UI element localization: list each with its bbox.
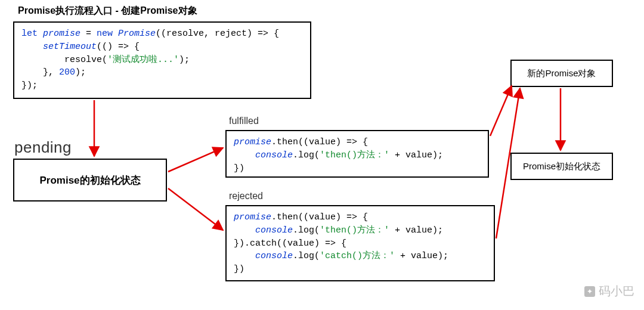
init-state-text: Promise初始化状态 (523, 161, 600, 172)
diagram-title: Promise执行流程入口 - 创建Promise对象 (18, 5, 197, 17)
svg-line-3 (490, 86, 512, 136)
code-fulfilled: promise.then((value) => { console.log('t… (225, 130, 489, 178)
diagram-stage: Promise执行流程入口 - 创建Promise对象 let promise … (0, 0, 644, 310)
init-state-box: Promise初始化状态 (510, 153, 613, 180)
rejected-label: rejected (229, 191, 263, 202)
fulfilled-label: fulfilled (229, 116, 259, 126)
new-promise-box: 新的Promise对象 (510, 60, 613, 87)
wechat-icon: ✦ (584, 286, 595, 297)
svg-line-1 (168, 148, 223, 172)
code-rejected: promise.then((value) => { console.log('t… (225, 205, 495, 281)
state-initial-text: Promise的初始化状态 (39, 173, 140, 187)
new-promise-text: 新的Promise对象 (527, 68, 596, 79)
pending-label: pending (14, 138, 72, 157)
code-create-promise: let promise = new Promise((resolve, reje… (13, 21, 311, 99)
watermark-text: 码小巴 (599, 283, 634, 299)
watermark: ✦ 码小巴 (584, 283, 634, 299)
state-initial-box: Promise的初始化状态 (13, 159, 167, 202)
svg-line-2 (168, 188, 223, 230)
